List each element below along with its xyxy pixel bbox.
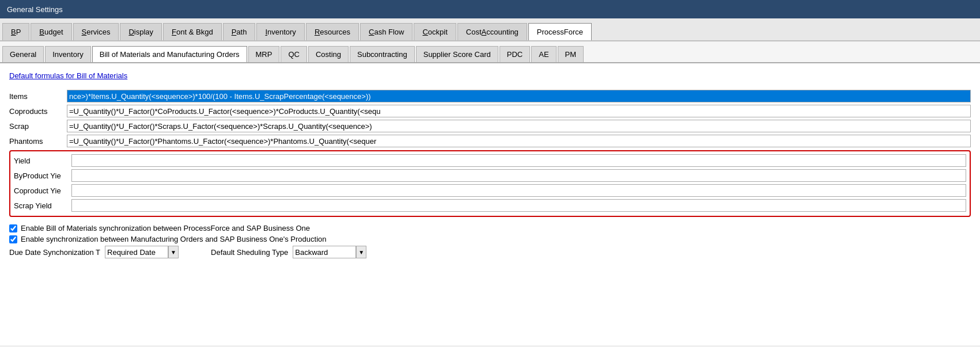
top-nav-tab-costaccounting[interactable]: Cost Accounting bbox=[457, 23, 527, 40]
formula-input-3[interactable] bbox=[67, 135, 971, 147]
yield-label-0: Yield bbox=[14, 157, 71, 165]
second-nav-tab-pdc[interactable]: PDC bbox=[500, 46, 530, 62]
top-nav-tab-resources[interactable]: Resources bbox=[306, 23, 359, 40]
second-nav-tab-bom[interactable]: Bill of Materials and Manufacturing Orde… bbox=[92, 46, 247, 62]
yield-input-3[interactable] bbox=[71, 199, 966, 212]
formula-input-2[interactable] bbox=[67, 120, 971, 132]
second-nav-tab-pm[interactable]: PM bbox=[558, 46, 584, 62]
second-nav-tab-costing[interactable]: Costing bbox=[308, 46, 349, 62]
top-nav: BPBudgetServicesDisplayFont & BkgdPathIn… bbox=[0, 18, 980, 41]
due-date-combo[interactable]: ▼ bbox=[105, 246, 179, 258]
checkbox-syncMo[interactable] bbox=[9, 235, 17, 243]
yield-label-1: ByProduct Yie bbox=[14, 171, 71, 180]
scheduling-type-input[interactable] bbox=[293, 246, 356, 258]
checkbox-row-1: Enable synchronization between Manufactu… bbox=[9, 235, 971, 243]
top-nav-tab-bp[interactable]: BP bbox=[2, 23, 29, 40]
yield-row-2: Coproduct Yie bbox=[14, 184, 966, 197]
top-nav-tab-cashflow[interactable]: Cash Flow bbox=[360, 23, 413, 40]
section-title[interactable]: Default formulas for Bill of Materials bbox=[9, 71, 971, 80]
due-date-arrow[interactable]: ▼ bbox=[168, 246, 179, 258]
formula-row-0: Items bbox=[9, 89, 971, 103]
yield-input-0[interactable] bbox=[71, 154, 966, 167]
top-nav-tab-processforce[interactable]: ProcessForce bbox=[528, 23, 592, 40]
yield-input-2[interactable] bbox=[71, 184, 966, 197]
formula-table: ItemsCoproductsScrapPhantoms bbox=[9, 89, 971, 148]
yield-row-1: ByProduct Yie bbox=[14, 169, 966, 182]
top-nav-tab-cockpit[interactable]: Cockpit bbox=[414, 23, 456, 40]
yield-label-2: Coproduct Yie bbox=[14, 186, 71, 195]
formula-input-0[interactable] bbox=[67, 90, 971, 102]
top-nav-tab-display[interactable]: Display bbox=[120, 23, 162, 40]
top-nav-tab-services[interactable]: Services bbox=[73, 23, 119, 40]
yield-row-3: Scrap Yield bbox=[14, 199, 966, 212]
yield-label-3: Scrap Yield bbox=[14, 201, 71, 210]
checkbox-label-1: Enable synchronization between Manufactu… bbox=[21, 235, 327, 243]
scheduling-type-combo[interactable]: ▼ bbox=[293, 246, 366, 258]
main-content: Default formulas for Bill of Materials I… bbox=[0, 63, 980, 345]
top-nav-tab-budget[interactable]: Budget bbox=[31, 23, 71, 40]
bottom-row: Due Date Synchonization T▼Default Shedul… bbox=[9, 246, 971, 258]
due-date-input[interactable] bbox=[105, 246, 168, 258]
formula-label-1: Coproducts bbox=[9, 107, 67, 116]
top-nav-tab-path[interactable]: Path bbox=[223, 23, 256, 40]
checkbox-row-0: Enable Bill of Materials synchronization… bbox=[9, 224, 971, 232]
second-nav-tab-supplierscorecard[interactable]: Supplier Score Card bbox=[416, 46, 498, 62]
top-nav-tab-inventory[interactable]: Inventory bbox=[256, 23, 305, 40]
checkbox-label-0: Enable Bill of Materials synchronization… bbox=[21, 224, 310, 232]
formula-label-0: Items bbox=[9, 92, 67, 101]
yield-row-0: Yield bbox=[14, 154, 966, 167]
formula-label-3: Phantoms bbox=[9, 137, 67, 146]
second-nav-tab-mrp[interactable]: MRP bbox=[248, 46, 280, 62]
yield-group: YieldByProduct YieCoproduct YieScrap Yie… bbox=[9, 150, 971, 217]
scheduling-type-arrow[interactable]: ▼ bbox=[356, 246, 366, 258]
formula-row-1: Coproducts bbox=[9, 104, 971, 118]
second-nav-tab-inventory[interactable]: Inventory bbox=[45, 46, 90, 62]
second-nav-tab-general[interactable]: General bbox=[2, 46, 44, 62]
title-label: General Settings bbox=[7, 5, 63, 14]
formula-row-2: Scrap bbox=[9, 119, 971, 133]
yield-input-1[interactable] bbox=[71, 169, 966, 182]
second-nav-tab-ae[interactable]: AE bbox=[531, 46, 556, 62]
formula-input-1[interactable] bbox=[67, 105, 971, 117]
second-nav-tab-subcontracting[interactable]: Subcontracting bbox=[350, 46, 415, 62]
formula-label-2: Scrap bbox=[9, 122, 67, 131]
formula-row-3: Phantoms bbox=[9, 134, 971, 148]
top-nav-tab-fontbkgd[interactable]: Font & Bkgd bbox=[163, 23, 222, 40]
second-nav-tab-qc[interactable]: QC bbox=[281, 46, 307, 62]
checkbox-section: Enable Bill of Materials synchronization… bbox=[9, 224, 971, 243]
due-date-label: Due Date Synchonization T bbox=[9, 248, 100, 257]
checkbox-syncBom[interactable] bbox=[9, 224, 17, 232]
scheduling-type-label: Default Sheduling Type bbox=[211, 248, 288, 257]
second-nav: GeneralInventoryBill of Materials and Ma… bbox=[0, 41, 980, 63]
title-bar: General Settings bbox=[0, 0, 980, 18]
